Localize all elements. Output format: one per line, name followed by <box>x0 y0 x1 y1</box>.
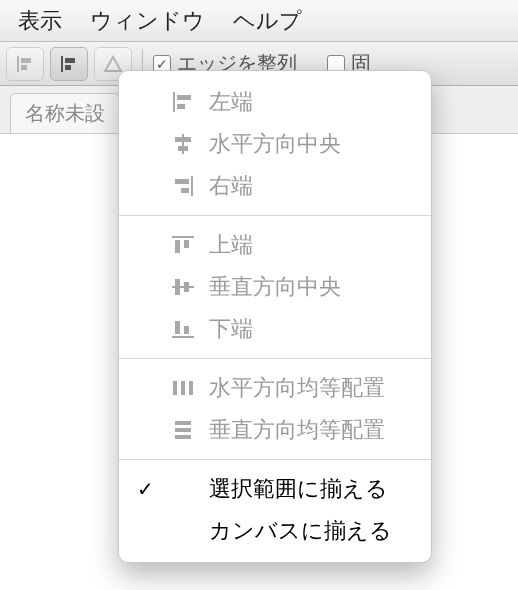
svg-rect-17 <box>175 240 180 253</box>
menu-item-label: 垂直方向均等配置 <box>209 415 385 445</box>
svg-rect-16 <box>172 236 194 238</box>
svg-rect-5 <box>65 65 71 70</box>
menu-item-label: 上端 <box>209 230 253 260</box>
toolbar-button-left[interactable] <box>6 47 44 81</box>
align-bottom-icon <box>169 319 197 339</box>
svg-rect-21 <box>184 282 189 292</box>
menu-item-align-to-selection[interactable]: ✓ 選択範囲に揃える <box>119 468 431 510</box>
align-icon <box>16 55 34 73</box>
menu-item-label: 右端 <box>209 171 253 201</box>
tab-title: 名称未設 <box>25 102 105 124</box>
svg-rect-14 <box>175 179 189 184</box>
svg-rect-28 <box>175 421 191 425</box>
distribute-h-icon <box>169 378 197 398</box>
svg-rect-13 <box>191 176 193 196</box>
svg-rect-18 <box>184 240 189 248</box>
distribute-v-icon <box>169 420 197 440</box>
svg-rect-11 <box>175 137 191 142</box>
svg-rect-23 <box>175 321 180 334</box>
svg-rect-4 <box>65 58 75 63</box>
svg-rect-26 <box>181 381 185 395</box>
svg-rect-20 <box>175 279 180 295</box>
menu-item-align-bottom[interactable]: ✓ 下端 <box>119 308 431 350</box>
svg-rect-1 <box>21 58 31 63</box>
align-vcenter-icon <box>169 277 197 297</box>
menu-item-align-right[interactable]: ✓ 右端 <box>119 165 431 207</box>
menu-item-distribute-v[interactable]: ✓ 垂直方向均等配置 <box>119 409 431 451</box>
svg-rect-0 <box>17 56 19 72</box>
svg-rect-12 <box>178 146 188 151</box>
svg-rect-27 <box>189 381 193 395</box>
menu-item-label: 下端 <box>209 314 253 344</box>
menu-item-label: 垂直方向中央 <box>209 272 341 302</box>
menu-item-align-left[interactable]: ✓ 左端 <box>119 81 431 123</box>
menu-separator <box>119 459 431 460</box>
toolbar-button-align[interactable] <box>50 47 88 81</box>
svg-rect-25 <box>173 381 177 395</box>
menu-item-distribute-h[interactable]: ✓ 水平方向均等配置 <box>119 367 431 409</box>
menu-item-label: カンバスに揃える <box>209 516 392 546</box>
svg-rect-2 <box>21 65 27 70</box>
checkmark-icon: ✓ <box>133 477 157 501</box>
menu-window[interactable]: ウィンドウ <box>90 6 205 36</box>
document-tab[interactable]: 名称未設 <box>10 93 120 133</box>
svg-rect-15 <box>181 188 189 193</box>
align-top-icon <box>169 235 197 255</box>
svg-rect-8 <box>177 95 191 100</box>
menu-separator <box>119 215 431 216</box>
menu-item-align-top[interactable]: ✓ 上端 <box>119 224 431 266</box>
menu-item-align-to-canvas[interactable]: ✓ カンバスに揃える <box>119 510 431 552</box>
menu-help[interactable]: ヘルプ <box>233 6 302 36</box>
align-left-icon <box>169 92 197 112</box>
align-right-icon <box>169 176 197 196</box>
svg-rect-24 <box>184 326 189 334</box>
svg-marker-6 <box>105 57 121 71</box>
svg-rect-9 <box>177 104 185 109</box>
menu-item-align-hcenter[interactable]: ✓ 水平方向中央 <box>119 123 431 165</box>
align-dropdown-icon <box>60 55 78 73</box>
menu-item-label: 選択範囲に揃える <box>209 474 388 504</box>
svg-rect-3 <box>61 56 63 72</box>
menu-item-label: 水平方向均等配置 <box>209 373 385 403</box>
menu-item-align-vcenter[interactable]: ✓ 垂直方向中央 <box>119 266 431 308</box>
align-menu: ✓ 左端 ✓ 水平方向中央 ✓ 右端 ✓ 上端 ✓ 垂直方向中央 ✓ <box>118 70 432 563</box>
menu-separator <box>119 358 431 359</box>
shape-icon <box>103 55 123 73</box>
menu-display[interactable]: 表示 <box>18 6 62 36</box>
menubar: 表示 ウィンドウ ヘルプ <box>0 0 518 42</box>
align-hcenter-icon <box>169 134 197 154</box>
svg-rect-30 <box>175 435 191 439</box>
svg-rect-29 <box>175 428 191 432</box>
menu-item-label: 水平方向中央 <box>209 129 341 159</box>
svg-rect-7 <box>173 92 175 112</box>
svg-rect-22 <box>172 336 194 338</box>
menu-item-label: 左端 <box>209 87 253 117</box>
